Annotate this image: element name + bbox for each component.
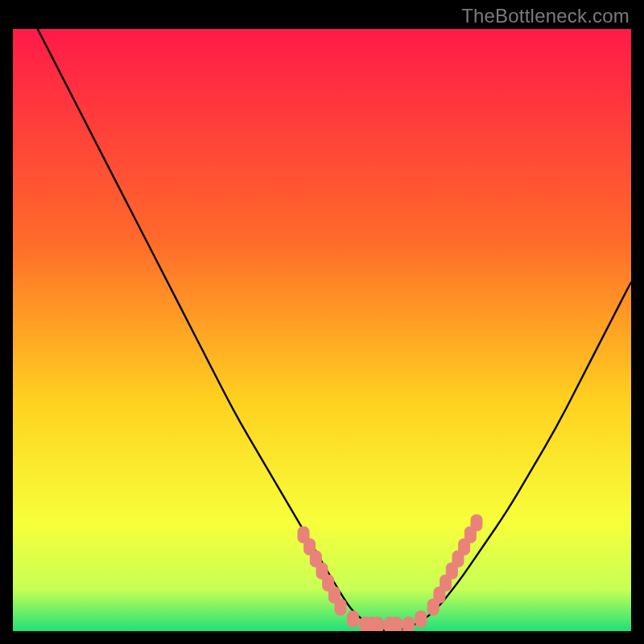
curve-marker	[335, 599, 346, 615]
curve-marker	[347, 611, 358, 627]
curve-marker	[403, 617, 415, 632]
curve-marker	[415, 611, 427, 627]
gradient-background	[13, 29, 631, 631]
curve-marker	[471, 514, 482, 530]
bottleneck-chart	[13, 29, 631, 631]
chart-frame	[13, 29, 631, 631]
curve-marker	[390, 617, 402, 632]
curve-marker	[372, 617, 383, 632]
watermark-text: TheBottleneck.com	[461, 5, 630, 27]
